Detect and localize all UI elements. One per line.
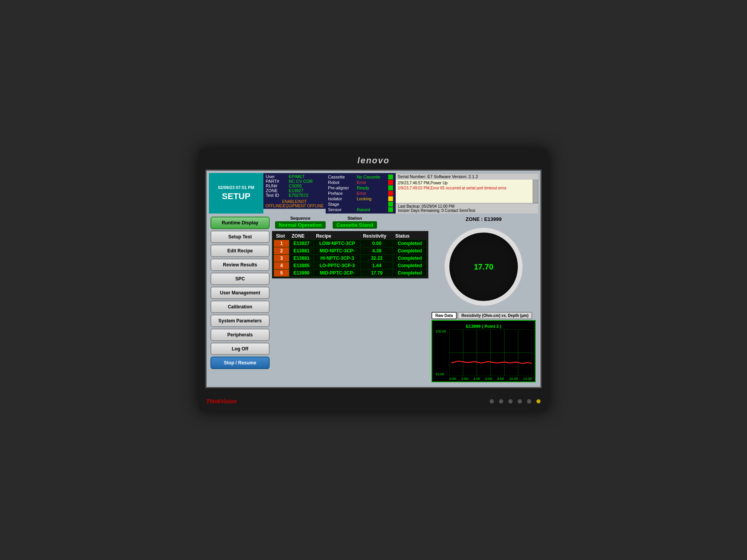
datetime-setup-panel: 02/09/23 07:51 PM SETUP bbox=[209, 173, 263, 214]
nav-btn-setup-test[interactable]: Setup Test bbox=[210, 231, 270, 243]
wafer-display: 17.70 bbox=[445, 228, 523, 306]
monitor-btn-3[interactable] bbox=[508, 399, 513, 404]
col-resistivity: Resistivity bbox=[361, 233, 393, 240]
left-nav: Runtime Display Setup Test Edit Recipe R… bbox=[209, 214, 271, 385]
nav-btn-calibration[interactable]: Calibration bbox=[210, 301, 270, 313]
col-zone: ZONE bbox=[289, 233, 314, 240]
fields-panel: User EPIMET PART# NC CV COR RUN# CS055 Z… bbox=[263, 173, 326, 214]
sensor-indicator bbox=[388, 207, 393, 212]
data-table-container: Slot ZONE Recipe Resistivity Status 1 E1… bbox=[272, 231, 428, 278]
status-panel: Cassette No Cassette Robot Error Pre-ali… bbox=[326, 173, 396, 214]
right-panel: ZONE : E13999 17.70 Raw Data Resistivity… bbox=[429, 214, 538, 385]
top-info-bar: 02/09/23 07:51 PM SETUP User EPIMET PART… bbox=[209, 173, 538, 214]
status-cassette: Cassette No Cassette bbox=[328, 174, 393, 180]
sequence-box: Sequence Normal Operation bbox=[272, 214, 329, 230]
y-axis-labels: 100.00 10.00 bbox=[435, 329, 449, 376]
nav-btn-peripherals[interactable]: Peripherals bbox=[210, 329, 270, 341]
chart-title: E13999 ( Point 3 ) bbox=[435, 324, 532, 329]
log-serial-wrapper: Serial Number: E7 Software Version: 2.1.… bbox=[396, 173, 538, 214]
table-row: 1 E13927 LOW-NPTC-3CP 0.00 Completed bbox=[274, 240, 427, 247]
backup-bar: Last Backup: 05/29/04 11:00 PM Ionizer D… bbox=[396, 203, 538, 214]
status-sensor: Sensor Raised bbox=[328, 207, 393, 212]
datetime-display: 02/09/23 07:51 PM bbox=[218, 185, 254, 190]
nav-btn-system-params[interactable]: System Parameters bbox=[210, 315, 270, 327]
slot-table: Slot ZONE Recipe Resistivity Status 1 E1… bbox=[274, 233, 427, 277]
monitor-btn-5[interactable] bbox=[527, 399, 531, 404]
seq-station-bar: Sequence Normal Operation Station Casset… bbox=[272, 214, 428, 230]
status-robot: Robot Error bbox=[328, 180, 393, 185]
chart-inner: E13999 ( Point 3 ) 100.00 10.00 bbox=[431, 320, 536, 382]
tab-raw-data[interactable]: Raw Data bbox=[431, 312, 457, 319]
nav-btn-edit-recipe[interactable]: Edit Recipe bbox=[210, 245, 270, 257]
field-testid: Test ID E7027072 bbox=[266, 193, 323, 198]
log-scrollbar[interactable] bbox=[533, 180, 538, 203]
prealigner-indicator bbox=[388, 185, 393, 191]
wafer-value: 17.70 bbox=[474, 262, 493, 271]
monitor: lenovo 02/09/23 07:51 PM SETUP User EPIM… bbox=[198, 149, 549, 411]
chart-area: Raw Data Resistivity (Ohm-cm) vs. Depth … bbox=[430, 310, 537, 384]
nav-btn-logoff[interactable]: Log Off bbox=[210, 343, 270, 355]
field-zone: ZONE E13927 bbox=[266, 188, 323, 193]
enable-offline-text: ENABLE/NOT OFFLINE/EQUIPMENT OFFLINE bbox=[263, 199, 326, 209]
chart-body: 100.00 10.00 bbox=[435, 329, 532, 376]
field-part: PART# NC CV COR bbox=[266, 179, 323, 184]
log-panel: 2/9/23,7:46:57 PM,Power Up 2/9/23,7:49:0… bbox=[396, 180, 533, 203]
monitor-btn-4[interactable] bbox=[517, 399, 522, 404]
field-user: User EPIMET bbox=[266, 174, 323, 179]
serial-bar: Serial Number: E7 Software Version: 2.1.… bbox=[396, 173, 538, 180]
col-status: Status bbox=[393, 233, 427, 240]
nav-btn-stop-resume[interactable]: Stop / Resume bbox=[210, 357, 270, 369]
preface-indicator bbox=[388, 191, 393, 196]
nav-btn-review-results[interactable]: Review Results bbox=[210, 259, 270, 271]
robot-indicator bbox=[388, 180, 393, 185]
x-axis-labels: 0.00 2.00 4.00 6.00 8.00 10.00 12.00 bbox=[449, 377, 532, 381]
col-slot: Slot bbox=[274, 233, 289, 240]
main-content: Runtime Display Setup Test Edit Recipe R… bbox=[209, 214, 538, 385]
status-prealigner: Pre-aligner Ready bbox=[328, 185, 393, 191]
field-run: RUN# CS055 bbox=[266, 184, 323, 188]
log-entry-1: 2/9/23,7:46:57 PM,Power Up bbox=[398, 181, 531, 185]
chart-svg bbox=[449, 329, 532, 376]
status-isolator: Isolator Locking bbox=[328, 196, 393, 201]
info-fields: User EPIMET PART# NC CV COR RUN# CS055 Z… bbox=[263, 173, 326, 199]
monitor-btn-1[interactable] bbox=[489, 399, 494, 404]
center-area: Sequence Normal Operation Station Casset… bbox=[272, 214, 428, 385]
monitor-btn-2[interactable] bbox=[499, 399, 503, 404]
col-recipe: Recipe bbox=[314, 233, 361, 240]
status-stage: Stage bbox=[328, 201, 393, 207]
isolator-indicator bbox=[388, 196, 393, 201]
status-preface: Preface Error bbox=[328, 191, 393, 196]
monitor-btn-power[interactable] bbox=[536, 399, 541, 404]
nav-btn-user-management[interactable]: User Management bbox=[210, 287, 270, 299]
monitor-controls bbox=[489, 399, 541, 404]
nav-btn-runtime[interactable]: Runtime Display bbox=[210, 217, 270, 229]
table-row: 2 E13981 MID-NPTC-3CP- 4.38 Completed bbox=[274, 247, 427, 255]
wafer-container: 17.70 bbox=[430, 224, 537, 310]
thinkvision-label: ThinkVision bbox=[206, 398, 237, 404]
table-row: 3 E13881 HI-NPTC-3CP-3 32.22 Completed bbox=[274, 255, 427, 262]
monitor-bottom: ThinkVision bbox=[198, 395, 549, 408]
setup-label: SETUP bbox=[222, 191, 250, 201]
log-scroll-area: 2/9/23,7:46:57 PM,Power Up 2/9/23,7:49:0… bbox=[396, 180, 538, 203]
cassette-indicator bbox=[388, 174, 393, 180]
tab-resistivity[interactable]: Resistivity (Ohm-cm) vs. Depth (μm) bbox=[458, 312, 532, 319]
station-box: Station Cassette Stand bbox=[330, 214, 380, 230]
chart-tabs: Raw Data Resistivity (Ohm-cm) vs. Depth … bbox=[431, 312, 536, 319]
table-row: 5 E13999 MID-PPTC-3CP- 17.79 Completed bbox=[274, 270, 427, 277]
monitor-brand-label: lenovo bbox=[205, 156, 542, 166]
zone-label: ZONE : E13999 bbox=[430, 215, 537, 223]
nav-btn-spc[interactable]: SPC bbox=[210, 273, 270, 285]
stage-indicator bbox=[388, 201, 393, 207]
log-entry-2: 2/9/23,7:49:02 PM,Error 65 occurred at s… bbox=[398, 186, 531, 190]
table-row: 4 E13885 LO-PPTC-3CP-3 1.44 Completed bbox=[274, 262, 427, 270]
screen: 02/09/23 07:51 PM SETUP User EPIMET PART… bbox=[205, 170, 542, 388]
